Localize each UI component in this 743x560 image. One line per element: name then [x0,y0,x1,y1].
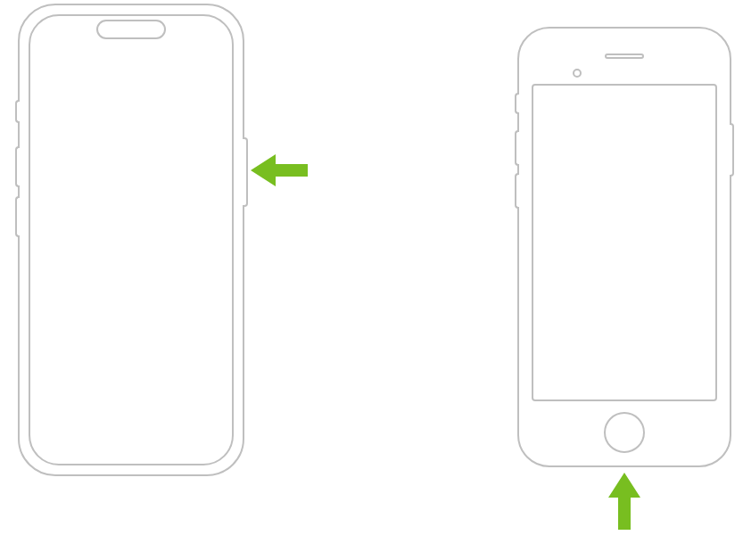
screen [532,84,717,401]
iphone-home-button-outline [517,27,731,467]
volume-down-button [15,196,20,237]
volume-up-button [15,146,20,187]
front-camera [573,69,582,78]
earpiece [605,54,644,59]
iphone-buttons-diagram [0,0,743,560]
dynamic-island [96,20,166,39]
arrow-to-home-button [606,473,643,530]
mute-switch [515,93,519,114]
mute-switch [15,100,20,123]
screen [29,14,234,465]
side-button [730,123,734,177]
iphone-faceid-outline [18,4,244,476]
arrow-to-side-button [251,152,308,189]
volume-down-button [515,173,519,209]
home-button [604,412,645,453]
volume-up-button [515,130,519,166]
side-button [243,137,248,207]
